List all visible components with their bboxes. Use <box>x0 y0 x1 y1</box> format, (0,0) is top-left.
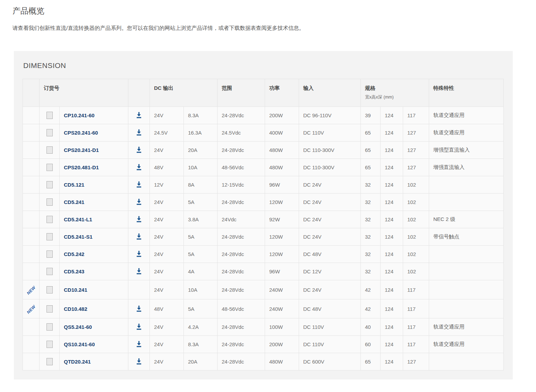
special-feature-cell: 轨道交通应用 <box>429 124 504 142</box>
product-link[interactable]: CD5.241 <box>64 199 84 205</box>
spec-height-cell: 124 <box>381 318 403 336</box>
header-dc-output: DC 输出 <box>150 79 218 107</box>
spec-width-cell: 42 <box>361 299 381 318</box>
product-checkbox[interactable] <box>46 164 53 171</box>
product-link[interactable]: QS5.241-60 <box>64 324 92 330</box>
product-checkbox[interactable] <box>46 286 53 293</box>
product-checkbox[interactable] <box>46 146 53 154</box>
checkbox-cell <box>40 318 60 336</box>
spec-depth-cell: 102 <box>403 228 429 246</box>
product-link[interactable]: CPS20.241-60 <box>64 130 98 136</box>
download-icon[interactable] <box>136 112 142 119</box>
product-link[interactable]: CD5.121 <box>64 182 84 188</box>
dc-output-voltage-cell: 24V <box>150 107 184 124</box>
range-cell: 24-28Vdc <box>218 353 265 370</box>
input-cell: DC 110-300V <box>299 159 361 176</box>
spec-height-cell: 124 <box>381 228 403 246</box>
dc-output-current-cell: 5A <box>184 246 218 263</box>
product-link[interactable]: CD10.241 <box>64 287 87 293</box>
dc-output-current-cell: 5A <box>184 299 218 318</box>
input-cell: DC 110V <box>299 336 361 353</box>
product-link[interactable]: QTD20.241 <box>64 359 91 365</box>
product-checkbox[interactable] <box>46 216 53 223</box>
download-icon[interactable] <box>136 147 142 153</box>
product-link[interactable]: CD5.243 <box>64 269 84 274</box>
download-icon[interactable] <box>136 129 142 136</box>
download-icon[interactable] <box>136 251 142 257</box>
power-cell: 480W <box>265 159 299 176</box>
special-feature-cell: 增强型直流输入 <box>429 142 504 159</box>
product-name-cell: CD10.482 <box>60 299 128 318</box>
dc-output-current-cell: 8.3A <box>184 336 218 353</box>
product-checkbox[interactable] <box>46 112 53 119</box>
dc-output-current-cell: 4A <box>184 263 218 280</box>
dc-output-voltage-cell: 48V <box>150 159 184 176</box>
spec-width-cell: 65 <box>361 142 381 159</box>
product-link[interactable]: CD5.241-S1 <box>64 234 93 240</box>
download-icon[interactable] <box>136 306 142 312</box>
checkbox-cell <box>40 353 60 370</box>
product-link[interactable]: CPS20.241-D1 <box>64 147 99 153</box>
input-cell: DC 48V <box>299 299 361 318</box>
table-row: QS10.241-60 24V 8.3A 24-28Vdc 200W DC 11… <box>23 336 504 353</box>
dc-output-voltage-cell: 24.5V <box>150 124 184 142</box>
power-cell: 120W <box>265 246 299 263</box>
download-icon[interactable] <box>136 164 142 171</box>
range-cell: 24-28Vdc <box>218 336 265 353</box>
dc-output-voltage-cell: 48V <box>150 299 184 318</box>
product-checkbox[interactable] <box>46 305 53 313</box>
download-icon[interactable] <box>136 324 142 330</box>
new-badge-cell <box>23 211 40 228</box>
product-link[interactable]: CD10.482 <box>64 306 87 312</box>
product-name-cell: CD5.241-L1 <box>60 211 128 228</box>
product-link[interactable]: CP10.241-60 <box>64 112 94 118</box>
download-icon[interactable] <box>136 216 142 223</box>
product-name-cell: CPS20.241-D1 <box>60 142 128 159</box>
special-feature-cell <box>429 299 504 318</box>
page: 产品概览 请查看我们创新性直流/直流转换器的产品系列。您可以在我们的网站上浏览产… <box>0 6 536 392</box>
spec-width-cell: 42 <box>361 280 381 299</box>
product-checkbox[interactable] <box>46 198 53 206</box>
input-cell: DC 24V <box>299 228 361 246</box>
dc-output-current-cell: 8A <box>184 176 218 194</box>
new-badge-cell <box>23 318 40 336</box>
input-cell: DC 600V <box>299 353 361 370</box>
new-badge-cell <box>23 228 40 246</box>
dc-output-voltage-cell: 24V <box>150 336 184 353</box>
product-checkbox[interactable] <box>46 358 53 365</box>
range-cell: 48-56Vdc <box>218 159 265 176</box>
download-icon[interactable] <box>136 233 142 240</box>
download-icon[interactable] <box>136 181 142 188</box>
product-link[interactable]: CD5.241-L1 <box>64 216 92 222</box>
checkbox-cell <box>40 107 60 124</box>
new-badge-cell <box>23 142 40 159</box>
spec-height-cell: 124 <box>381 246 403 263</box>
download-icon[interactable] <box>136 199 142 205</box>
download-icon[interactable] <box>136 341 142 348</box>
spec-width-cell: 40 <box>361 318 381 336</box>
table-row: QS5.241-60 24V 4.2A 24-28Vdc 100W DC 110… <box>23 318 504 336</box>
product-name-cell: CP10.241-60 <box>60 107 128 124</box>
download-icon[interactable] <box>136 358 142 365</box>
product-link[interactable]: CPS20.481-D1 <box>64 164 99 170</box>
spec-width-cell: 32 <box>361 176 381 194</box>
spec-depth-cell: 117 <box>403 318 429 336</box>
product-checkbox[interactable] <box>46 233 53 240</box>
product-name-cell: CPS20.481-D1 <box>60 159 128 176</box>
download-icon[interactable] <box>136 268 142 275</box>
download-cell <box>128 280 150 299</box>
table-row: CPS20.241-60 24.5V 16.3A 24.5Vdc 400W DC… <box>23 124 504 142</box>
spec-height-cell: 124 <box>381 124 403 142</box>
product-checkbox[interactable] <box>46 323 53 331</box>
product-link[interactable]: QS10.241-60 <box>64 341 95 347</box>
product-checkbox[interactable] <box>46 129 53 136</box>
spec-depth-cell: 102 <box>403 246 429 263</box>
spec-height-cell: 124 <box>381 194 403 211</box>
dc-output-current-cell: 8.3A <box>184 107 218 124</box>
download-cell <box>128 159 150 176</box>
product-link[interactable]: CD5.242 <box>64 251 84 257</box>
product-checkbox[interactable] <box>46 181 53 188</box>
product-checkbox[interactable] <box>46 268 53 275</box>
product-checkbox[interactable] <box>46 250 53 258</box>
product-checkbox[interactable] <box>46 341 53 348</box>
